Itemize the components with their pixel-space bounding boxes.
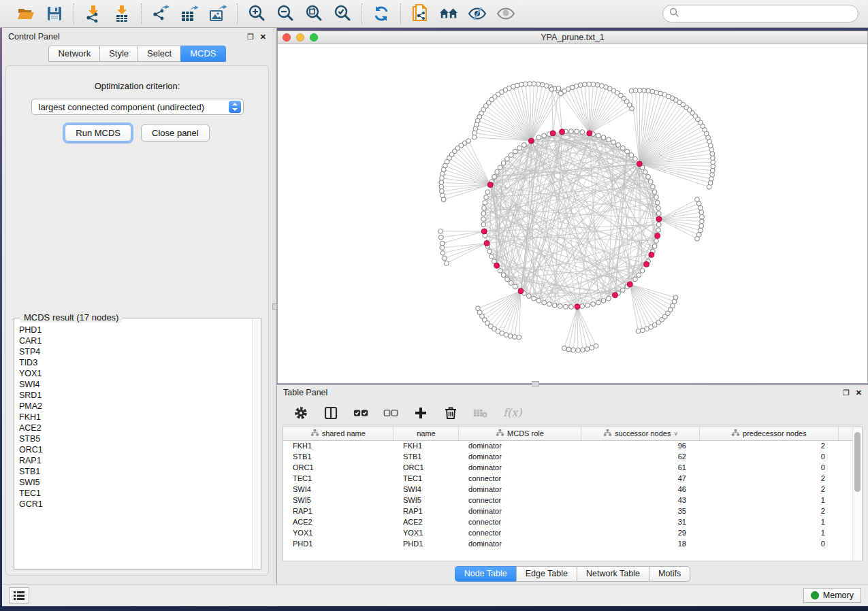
network-node[interactable] xyxy=(616,143,621,148)
open-folder-icon[interactable] xyxy=(16,4,35,23)
mcds-result-item[interactable]: SWI4 xyxy=(19,379,248,390)
zoom-fit-icon[interactable] xyxy=(304,4,323,23)
zoom-selected-icon[interactable] xyxy=(333,4,352,23)
table-cell[interactable]: 35 xyxy=(581,506,700,516)
import-table-icon[interactable] xyxy=(112,4,131,23)
network-leaf-node[interactable] xyxy=(504,333,509,337)
table-cell[interactable]: ORC1 xyxy=(283,462,393,473)
network-node[interactable] xyxy=(629,153,634,158)
network-node[interactable] xyxy=(569,129,574,134)
mcds-result-item[interactable]: PHD1 xyxy=(19,325,248,335)
network-leaf-node[interactable] xyxy=(599,84,604,88)
network-node[interactable] xyxy=(495,169,500,174)
mcds-result-item[interactable]: RAP1 xyxy=(19,455,248,466)
network-leaf-node[interactable] xyxy=(438,235,443,240)
mcds-hub-node[interactable] xyxy=(481,229,487,234)
network-leaf-node[interactable] xyxy=(517,335,521,340)
network-node[interactable] xyxy=(633,156,638,161)
table-cell[interactable]: 2 xyxy=(700,484,839,495)
close-panel-icon[interactable]: ✕ xyxy=(260,33,266,41)
mcds-result-item[interactable]: YOX1 xyxy=(19,368,248,379)
network-leaf-node[interactable] xyxy=(508,334,513,339)
vertical-splitter[interactable] xyxy=(272,28,277,584)
run-mcds-button[interactable]: Run MCDS xyxy=(65,125,131,142)
mcds-result-item[interactable]: CAR1 xyxy=(19,335,248,346)
table-cell[interactable]: SWI5 xyxy=(393,495,459,506)
network-node[interactable] xyxy=(591,302,596,307)
table-cell[interactable]: YOX1 xyxy=(393,527,459,538)
table-cell[interactable]: SWI4 xyxy=(283,484,393,495)
maximize-window-icon[interactable] xyxy=(310,33,318,42)
network-node[interactable] xyxy=(654,195,659,200)
mcds-result-item[interactable]: TID3 xyxy=(19,357,248,368)
mcds-hub-node[interactable] xyxy=(649,252,654,257)
table-row[interactable]: SWI4SWI4dominator462 xyxy=(283,484,854,495)
table-cell[interactable]: 18 xyxy=(581,538,700,549)
mcds-hub-node[interactable] xyxy=(560,129,565,135)
column-header[interactable]: name xyxy=(393,427,459,440)
network-leaf-node[interactable] xyxy=(595,82,600,87)
search-input[interactable] xyxy=(662,5,858,22)
table-cell[interactable]: 0 xyxy=(700,451,839,462)
column-header[interactable]: successor nodesv xyxy=(581,427,700,440)
table-row[interactable]: SWI5SWI5connector431 xyxy=(283,495,854,506)
network-leaf-node[interactable] xyxy=(580,348,585,352)
tab-style[interactable]: Style xyxy=(99,46,138,62)
network-node[interactable] xyxy=(640,268,645,273)
split-columns-icon[interactable] xyxy=(323,406,338,420)
mcds-result-item[interactable]: STP4 xyxy=(19,346,248,357)
horizontal-splitter-handle[interactable] xyxy=(532,381,539,386)
network-node[interactable] xyxy=(481,212,486,216)
mcds-hub-node[interactable] xyxy=(494,263,500,268)
table-cell[interactable]: 61 xyxy=(581,462,700,473)
close-panel-button[interactable]: Close panel xyxy=(141,125,210,142)
mcds-hub-node[interactable] xyxy=(613,293,618,298)
network-leaf-node[interactable] xyxy=(698,228,703,233)
network-leaf-node[interactable] xyxy=(439,180,444,185)
network-node[interactable] xyxy=(485,190,490,195)
table-row[interactable]: TEC1TEC1connector472 xyxy=(283,473,854,484)
network-leaf-node[interactable] xyxy=(629,88,634,93)
table-cell[interactable]: dominator xyxy=(459,538,581,549)
network-node[interactable] xyxy=(580,304,585,309)
table-cell[interactable]: 1 xyxy=(700,495,839,506)
zoom-out-icon[interactable] xyxy=(276,4,295,23)
network-node[interactable] xyxy=(501,273,506,278)
close-table-panel-icon[interactable]: ✕ xyxy=(856,389,862,397)
table-cell[interactable]: 0 xyxy=(700,462,839,473)
network-leaf-node[interactable] xyxy=(438,229,443,233)
mcds-hub-node[interactable] xyxy=(550,131,556,136)
tab-node-table[interactable]: Node Table xyxy=(455,566,516,582)
network-node[interactable] xyxy=(637,273,641,278)
table-cell[interactable]: 1 xyxy=(700,516,839,527)
network-window-titlebar[interactable]: YPA_prune.txt_1 xyxy=(278,31,867,44)
mcds-result-item[interactable]: ACE2 xyxy=(19,423,248,433)
vertical-splitter-handle[interactable] xyxy=(272,303,277,310)
tab-network[interactable]: Network xyxy=(48,46,99,62)
network-node[interactable] xyxy=(552,303,557,308)
table-cell[interactable]: ORC1 xyxy=(393,462,459,473)
table-row[interactable]: YOX1YOX1connector291 xyxy=(283,527,854,538)
network-node[interactable] xyxy=(558,304,562,309)
network-node[interactable] xyxy=(564,304,568,309)
network-node[interactable] xyxy=(601,135,606,140)
network-node[interactable] xyxy=(489,254,494,259)
mcds-hub-node[interactable] xyxy=(575,304,580,310)
network-leaf-node[interactable] xyxy=(472,135,477,139)
network-node[interactable] xyxy=(580,130,585,135)
mcds-hub-node[interactable] xyxy=(487,182,493,188)
network-node[interactable] xyxy=(596,133,600,138)
table-cell[interactable]: ACE2 xyxy=(283,516,393,527)
minimize-window-icon[interactable] xyxy=(296,33,304,42)
table-cell[interactable]: connector xyxy=(459,527,581,538)
network-node[interactable] xyxy=(532,296,536,301)
table-cell[interactable]: PHD1 xyxy=(393,538,459,549)
criterion-select[interactable]: largest connected component (undirected) xyxy=(31,99,244,115)
mcds-hub-node[interactable] xyxy=(644,261,649,267)
network-node[interactable] xyxy=(536,299,541,303)
network-node[interactable] xyxy=(656,205,661,210)
network-node[interactable] xyxy=(542,300,547,305)
network-node[interactable] xyxy=(601,299,606,303)
tab-edge-table[interactable]: Edge Table xyxy=(516,566,577,582)
network-leaf-node[interactable] xyxy=(698,205,703,210)
